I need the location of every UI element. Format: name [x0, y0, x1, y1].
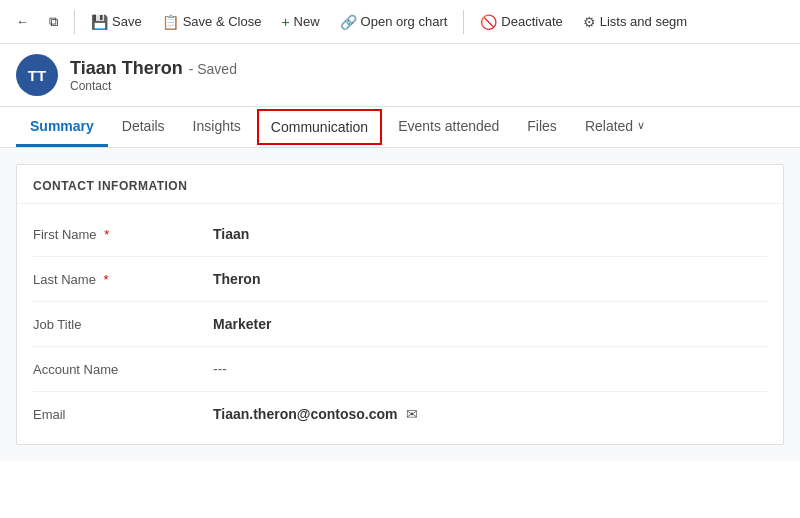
popout-button[interactable]: ⧉ [41, 10, 66, 34]
tab-insights[interactable]: Insights [179, 108, 255, 147]
tab-communication[interactable]: Communication [257, 109, 382, 145]
section-title: CONTACT INFORMATION [17, 165, 783, 204]
account-name-value[interactable]: --- [213, 361, 767, 377]
back-icon: ← [16, 14, 29, 29]
lists-label: Lists and segm [600, 14, 687, 29]
new-label: New [294, 14, 320, 29]
fields-grid: First Name * Tiaan Last Name * Theron Jo… [17, 204, 783, 444]
deactivate-icon: 🚫 [480, 14, 497, 30]
save-close-button[interactable]: 📋 Save & Close [154, 10, 270, 34]
save-close-icon: 📋 [162, 14, 179, 30]
email-action-icon[interactable]: ✉ [406, 406, 418, 422]
email-label: Email [33, 407, 213, 422]
tab-files[interactable]: Files [513, 108, 571, 147]
back-button[interactable]: ← [8, 10, 37, 33]
deactivate-label: Deactivate [501, 14, 562, 29]
content-area: CONTACT INFORMATION First Name * Tiaan L… [0, 148, 800, 461]
save-icon: 💾 [91, 14, 108, 30]
save-button[interactable]: 💾 Save [83, 10, 150, 34]
open-org-chart-button[interactable]: 🔗 Open org chart [332, 10, 456, 34]
tab-events[interactable]: Events attended [384, 108, 513, 147]
field-row-email: Email Tiaan.theron@contoso.com ✉ [17, 392, 783, 436]
record-name: Tiaan Theron [70, 58, 183, 79]
tab-related[interactable]: Related ∨ [571, 108, 659, 147]
tab-summary[interactable]: Summary [16, 108, 108, 147]
last-name-value[interactable]: Theron [213, 271, 767, 287]
separator-1 [74, 10, 75, 34]
chevron-down-icon: ∨ [637, 119, 645, 132]
tab-details[interactable]: Details [108, 108, 179, 147]
first-name-value[interactable]: Tiaan [213, 226, 767, 242]
record-header: TT Tiaan Theron - Saved Contact [0, 44, 800, 107]
record-type: Contact [70, 79, 237, 93]
account-name-label: Account Name [33, 362, 213, 377]
last-name-label: Last Name * [33, 272, 213, 287]
email-value[interactable]: Tiaan.theron@contoso.com [213, 406, 398, 422]
new-icon: + [281, 14, 289, 30]
field-row-job-title: Job Title Marketer [17, 302, 783, 346]
field-row-first-name: First Name * Tiaan [17, 212, 783, 256]
field-row-last-name: Last Name * Theron [17, 257, 783, 301]
first-name-required: * [104, 227, 109, 242]
record-saved-status: - Saved [189, 61, 237, 77]
job-title-label: Job Title [33, 317, 213, 332]
save-label: Save [112, 14, 142, 29]
lists-button[interactable]: ⚙ Lists and segm [575, 10, 695, 34]
open-org-chart-label: Open org chart [361, 14, 448, 29]
contact-information-section: CONTACT INFORMATION First Name * Tiaan L… [16, 164, 784, 445]
field-row-account-name: Account Name --- [17, 347, 783, 391]
job-title-value[interactable]: Marketer [213, 316, 767, 332]
toolbar: ← ⧉ 💾 Save 📋 Save & Close + New 🔗 Open o… [0, 0, 800, 44]
avatar: TT [16, 54, 58, 96]
separator-2 [463, 10, 464, 34]
new-button[interactable]: + New [273, 10, 327, 34]
lists-icon: ⚙ [583, 14, 596, 30]
email-value-row: Tiaan.theron@contoso.com ✉ [213, 406, 418, 422]
deactivate-button[interactable]: 🚫 Deactivate [472, 10, 570, 34]
last-name-required: * [104, 272, 109, 287]
tabs-nav: Summary Details Insights Communication E… [0, 107, 800, 148]
popout-icon: ⧉ [49, 14, 58, 30]
record-title: Tiaan Theron - Saved Contact [70, 58, 237, 93]
first-name-label: First Name * [33, 227, 213, 242]
org-chart-icon: 🔗 [340, 14, 357, 30]
save-close-label: Save & Close [183, 14, 262, 29]
